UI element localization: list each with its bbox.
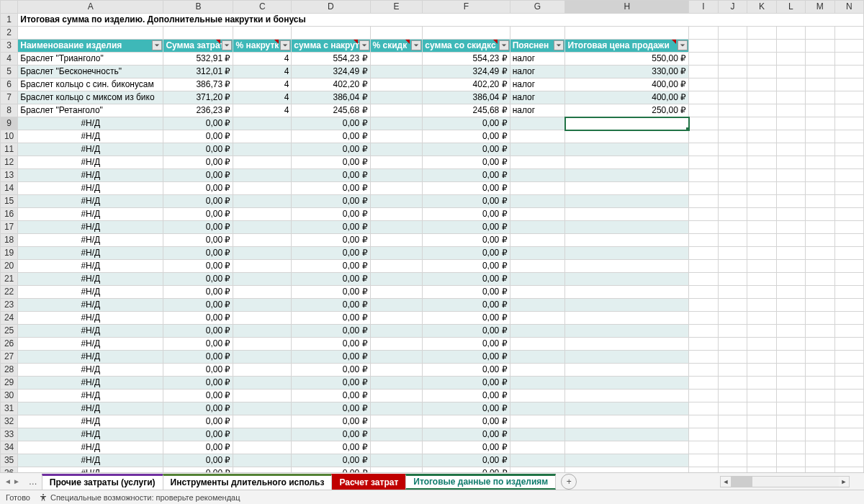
cell[interactable]: налог bbox=[510, 53, 565, 66]
cell[interactable] bbox=[565, 247, 689, 260]
cell[interactable] bbox=[806, 338, 834, 351]
cell[interactable] bbox=[163, 27, 233, 40]
cell[interactable]: #Н/Д bbox=[18, 377, 163, 390]
cell[interactable] bbox=[747, 467, 776, 473]
cell[interactable]: 0,00 ₽ bbox=[423, 364, 510, 377]
cell[interactable] bbox=[510, 234, 565, 247]
cell[interactable] bbox=[510, 467, 565, 473]
cell[interactable]: 4 bbox=[233, 104, 292, 117]
table-header-C[interactable]: % накрутк bbox=[233, 40, 292, 53]
cell[interactable]: 0,00 ₽ bbox=[163, 260, 233, 273]
cell[interactable] bbox=[370, 467, 423, 473]
cell[interactable]: 0,00 ₽ bbox=[292, 312, 370, 325]
cell[interactable] bbox=[776, 325, 805, 338]
cell[interactable] bbox=[747, 377, 776, 390]
cell[interactable]: 0,00 ₽ bbox=[163, 130, 233, 143]
cell[interactable] bbox=[689, 130, 718, 143]
cell[interactable] bbox=[834, 104, 864, 117]
cell[interactable] bbox=[776, 299, 805, 312]
cell[interactable] bbox=[806, 428, 834, 441]
cell[interactable] bbox=[747, 338, 776, 351]
cell[interactable]: 330,00 ₽ bbox=[565, 66, 689, 78]
cell[interactable]: 0,00 ₽ bbox=[163, 299, 233, 312]
cell[interactable] bbox=[806, 156, 834, 169]
table-header-E[interactable]: % скидк bbox=[370, 40, 423, 53]
sheet-tab[interactable]: Инструменты длительного использ bbox=[163, 474, 333, 490]
tab-prev-icon[interactable]: ◄ bbox=[4, 477, 12, 485]
cell[interactable] bbox=[806, 91, 834, 104]
cell[interactable] bbox=[747, 325, 776, 338]
cell[interactable] bbox=[233, 286, 292, 299]
cell[interactable]: #Н/Д bbox=[18, 415, 163, 428]
cell[interactable]: 236,23 ₽ bbox=[163, 104, 233, 117]
cell[interactable] bbox=[718, 390, 747, 402]
cell[interactable] bbox=[776, 428, 805, 441]
table-header-A[interactable]: Наименование изделия bbox=[18, 40, 163, 53]
cell[interactable] bbox=[233, 273, 292, 286]
cell[interactable] bbox=[510, 377, 565, 390]
cell[interactable]: 0,00 ₽ bbox=[292, 208, 370, 221]
cell[interactable] bbox=[689, 312, 718, 325]
add-sheet-button[interactable]: + bbox=[561, 474, 577, 490]
cell[interactable] bbox=[776, 117, 805, 130]
cell[interactable] bbox=[565, 221, 689, 234]
cell[interactable] bbox=[689, 117, 718, 130]
cell[interactable] bbox=[233, 260, 292, 273]
cell[interactable] bbox=[565, 364, 689, 377]
cell[interactable] bbox=[718, 286, 747, 299]
cell[interactable]: 0,00 ₽ bbox=[163, 402, 233, 415]
filter-dropdown-icon[interactable] bbox=[554, 40, 564, 50]
cell[interactable] bbox=[510, 428, 565, 441]
cell[interactable] bbox=[689, 325, 718, 338]
cell[interactable]: #Н/Д bbox=[18, 364, 163, 377]
cell[interactable] bbox=[747, 428, 776, 441]
cell[interactable] bbox=[233, 247, 292, 260]
cell[interactable] bbox=[233, 377, 292, 390]
cell[interactable] bbox=[776, 156, 805, 169]
table-header-D[interactable]: сумма с накруткс bbox=[292, 40, 370, 53]
cell[interactable]: #Н/Д bbox=[18, 169, 163, 182]
cell[interactable]: 0,00 ₽ bbox=[292, 247, 370, 260]
cell[interactable]: 371,20 ₽ bbox=[163, 91, 233, 104]
cell[interactable] bbox=[834, 53, 864, 66]
cell[interactable]: 0,00 ₽ bbox=[423, 169, 510, 182]
cell[interactable] bbox=[718, 415, 747, 428]
cell[interactable] bbox=[747, 273, 776, 286]
cell[interactable]: 0,00 ₽ bbox=[163, 441, 233, 454]
cell[interactable] bbox=[776, 221, 805, 234]
column-header-L[interactable]: L bbox=[776, 1, 805, 14]
filter-dropdown-icon[interactable] bbox=[280, 40, 290, 50]
row-header[interactable]: 27 bbox=[1, 351, 18, 364]
cell[interactable]: 0,00 ₽ bbox=[292, 454, 370, 467]
row-header[interactable]: 15 bbox=[1, 195, 18, 208]
cell[interactable] bbox=[689, 390, 718, 402]
cell[interactable] bbox=[806, 467, 834, 473]
row-header[interactable]: 13 bbox=[1, 169, 18, 182]
cell[interactable] bbox=[718, 273, 747, 286]
column-header-C[interactable]: C bbox=[233, 1, 292, 14]
cell[interactable] bbox=[233, 390, 292, 402]
cell[interactable]: 0,00 ₽ bbox=[292, 117, 370, 130]
filter-dropdown-icon[interactable] bbox=[499, 40, 509, 50]
cell[interactable] bbox=[718, 402, 747, 415]
cell[interactable] bbox=[565, 325, 689, 338]
cell[interactable]: 0,00 ₽ bbox=[163, 390, 233, 402]
scroll-right-icon[interactable]: ► bbox=[839, 478, 849, 485]
cell[interactable] bbox=[834, 234, 864, 247]
cell[interactable]: 0,00 ₽ bbox=[163, 273, 233, 286]
cell[interactable] bbox=[747, 53, 776, 66]
cell[interactable]: 0,00 ₽ bbox=[163, 117, 233, 130]
cell[interactable]: 0,00 ₽ bbox=[423, 402, 510, 415]
row-header[interactable]: 5 bbox=[1, 66, 18, 78]
cell[interactable] bbox=[806, 78, 834, 91]
cell[interactable] bbox=[776, 364, 805, 377]
cell[interactable]: 0,00 ₽ bbox=[292, 299, 370, 312]
cell[interactable] bbox=[233, 467, 292, 473]
cell[interactable] bbox=[806, 208, 834, 221]
cell[interactable] bbox=[747, 195, 776, 208]
cell[interactable] bbox=[510, 27, 565, 40]
row-header[interactable]: 9 bbox=[1, 117, 18, 130]
cell[interactable] bbox=[423, 27, 510, 40]
cell[interactable]: 4 bbox=[233, 66, 292, 78]
cell[interactable] bbox=[689, 415, 718, 428]
